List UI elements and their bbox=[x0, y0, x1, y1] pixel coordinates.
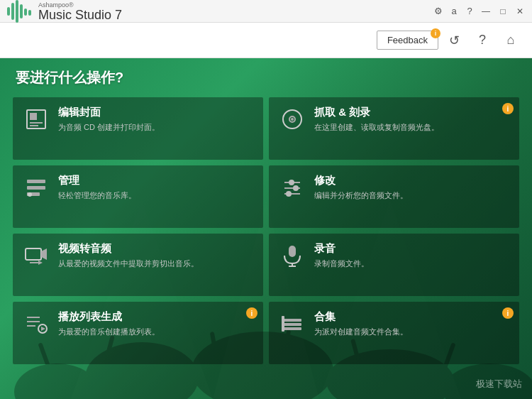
refresh-button[interactable]: ↺ bbox=[441, 28, 467, 53]
svg-rect-47 bbox=[283, 323, 301, 326]
card-record[interactable]: 录音 录制音频文件。 bbox=[269, 234, 519, 296]
titlebar-help-icon[interactable]: ? bbox=[464, 6, 475, 17]
svg-marker-35 bbox=[41, 248, 47, 260]
card-manage[interactable]: 管理 轻松管理您的音乐库。 bbox=[13, 165, 263, 228]
card-playlist-text: 播放列表生成 为最爱的音乐创建播放列表。 bbox=[58, 310, 253, 337]
svg-point-23 bbox=[291, 118, 294, 121]
minimize-button[interactable]: — bbox=[480, 5, 492, 18]
card-record-text: 录音 录制音频文件。 bbox=[314, 242, 509, 269]
app-title: Music Studio 7 bbox=[38, 9, 122, 21]
svg-rect-1 bbox=[11, 3, 14, 20]
modify-icon bbox=[279, 174, 306, 201]
card-rip-burn[interactable]: 抓取 & 刻录 在这里创建、读取或复制音频光盘。 i bbox=[269, 97, 519, 160]
card-collection-info: i bbox=[502, 307, 514, 319]
feedback-label: Feedback bbox=[387, 35, 428, 45]
page-title: 要进行什么操作? bbox=[16, 68, 123, 87]
feedback-button[interactable]: Feedback i bbox=[377, 31, 438, 50]
watermark: 极速下载站 bbox=[476, 378, 522, 390]
svg-point-31 bbox=[293, 185, 299, 191]
card-video-title: 视频转音频 bbox=[58, 242, 253, 256]
cards-grid: 编辑封面 为音频 CD 创建并打印封面。 抓取 & 刻录 在这里创建、读取或复制… bbox=[13, 97, 519, 364]
title-bar-left: Ashampoo® Music Studio 7 bbox=[6, 0, 122, 24]
svg-rect-4 bbox=[24, 9, 27, 16]
svg-rect-38 bbox=[289, 246, 296, 257]
maximize-button[interactable]: □ bbox=[497, 5, 509, 18]
app-logo bbox=[6, 0, 34, 24]
svg-rect-18 bbox=[30, 113, 37, 120]
card-modify-text: 修改 编辑并分析您的音频文件。 bbox=[314, 174, 509, 201]
svg-point-33 bbox=[286, 191, 292, 197]
svg-point-29 bbox=[289, 180, 294, 185]
video-icon bbox=[23, 242, 50, 269]
mic-icon bbox=[279, 242, 306, 269]
brand-label: Ashampoo® bbox=[38, 1, 122, 9]
card-rip-burn-text: 抓取 & 刻录 在这里创建、读取或复制音频光盘。 bbox=[314, 106, 509, 133]
close-button[interactable]: ✕ bbox=[514, 5, 526, 18]
collection-icon bbox=[279, 310, 306, 337]
card-edit-cover-text: 编辑封面 为音频 CD 创建并打印封面。 bbox=[58, 106, 253, 133]
card-manage-desc: 轻松管理您的音乐库。 bbox=[58, 190, 253, 201]
svg-point-27 bbox=[28, 192, 32, 197]
svg-rect-46 bbox=[283, 319, 301, 322]
card-edit-cover-desc: 为音频 CD 创建并打印封面。 bbox=[58, 122, 253, 133]
help-button[interactable]: ? bbox=[470, 28, 495, 53]
svg-rect-49 bbox=[282, 316, 284, 332]
home-button[interactable]: ⌂ bbox=[498, 28, 523, 53]
title-bar-controls: ⚙ a ? — □ ✕ bbox=[433, 5, 526, 18]
card-playlist-title: 播放列表生成 bbox=[58, 310, 253, 324]
card-modify[interactable]: 修改 编辑并分析您的音频文件。 bbox=[269, 165, 519, 228]
card-edit-cover-title: 编辑封面 bbox=[58, 106, 253, 119]
card-video-to-audio[interactable]: 视频转音频 从最爱的视频文件中提取并剪切出音乐。 bbox=[13, 234, 263, 296]
title-bar: Ashampoo® Music Studio 7 ⚙ a ? — □ ✕ bbox=[0, 0, 532, 23]
settings-icon[interactable]: ⚙ bbox=[433, 6, 444, 17]
card-collection-title: 合集 bbox=[314, 310, 509, 324]
main-content: 要进行什么操作? 编辑封面 为音频 CD 创建并打印封面。 bbox=[0, 58, 532, 399]
svg-marker-45 bbox=[41, 327, 45, 331]
header-toolbar: Feedback i ↺ ? ⌂ bbox=[0, 23, 532, 58]
card-manage-title: 管理 bbox=[58, 174, 253, 187]
card-video-text: 视频转音频 从最爱的视频文件中提取并剪切出音乐。 bbox=[58, 242, 253, 269]
card-collection[interactable]: 合集 为派对创建音频文件合集。 i bbox=[269, 302, 519, 364]
card-playlist-desc: 为最爱的音乐创建播放列表。 bbox=[58, 327, 253, 337]
card-edit-cover[interactable]: 编辑封面 为音频 CD 创建并打印封面。 bbox=[13, 97, 263, 160]
feedback-badge: i bbox=[431, 28, 440, 38]
svg-rect-0 bbox=[7, 7, 10, 16]
card-playlist[interactable]: 播放列表生成 为最爱的音乐创建播放列表。 i bbox=[13, 302, 263, 364]
card-video-desc: 从最爱的视频文件中提取并剪切出音乐。 bbox=[58, 258, 253, 269]
card-modify-title: 修改 bbox=[314, 174, 509, 187]
card-modify-desc: 编辑并分析您的音频文件。 bbox=[314, 190, 509, 201]
card-record-title: 录音 bbox=[314, 242, 509, 256]
card-rip-burn-title: 抓取 & 刻录 bbox=[314, 106, 509, 119]
card-playlist-info: i bbox=[246, 307, 257, 319]
svg-rect-3 bbox=[20, 4, 23, 18]
card-rip-burn-desc: 在这里创建、读取或复制音频光盘。 bbox=[314, 122, 509, 133]
svg-rect-48 bbox=[283, 327, 301, 330]
disc-icon bbox=[279, 106, 306, 133]
card-collection-desc: 为派对创建音频文件合集。 bbox=[314, 327, 509, 337]
card-collection-text: 合集 为派对创建音频文件合集。 bbox=[314, 310, 509, 337]
svg-marker-37 bbox=[38, 261, 43, 265]
a-icon[interactable]: a bbox=[448, 6, 460, 17]
playlist-icon bbox=[23, 310, 50, 337]
card-record-desc: 录制音频文件。 bbox=[314, 258, 509, 269]
card-manage-text: 管理 轻松管理您的音乐库。 bbox=[58, 174, 253, 201]
svg-rect-25 bbox=[27, 186, 45, 190]
svg-rect-2 bbox=[16, 0, 18, 23]
svg-rect-24 bbox=[27, 180, 45, 183]
cover-icon bbox=[23, 106, 50, 133]
card-rip-burn-info: i bbox=[502, 103, 514, 114]
svg-rect-34 bbox=[26, 248, 41, 260]
branding: Ashampoo® Music Studio 7 bbox=[38, 1, 122, 21]
svg-rect-5 bbox=[28, 10, 31, 16]
manage-icon bbox=[23, 174, 50, 201]
